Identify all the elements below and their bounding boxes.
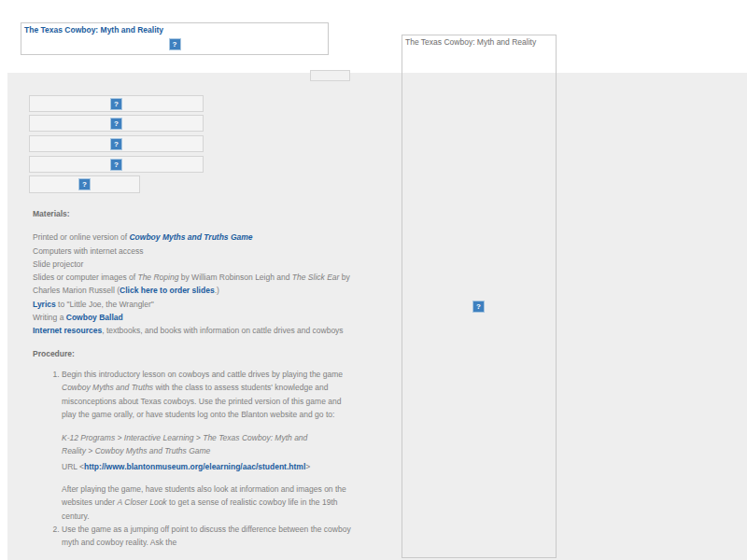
nav-row-1[interactable]: ? [29, 95, 204, 112]
text-run: URL < [62, 462, 84, 471]
right-sidebar-panel: The Texas Cowboy: Myth and Reality ? [402, 35, 557, 558]
sidebar-title: The Texas Cowboy: Myth and Reality [402, 35, 556, 47]
text-run: Reality > Cowboy Myths and Truths Game [62, 446, 210, 455]
materials-item: Writing a Cowboy Ballad [33, 311, 358, 324]
materials-heading: Materials: [33, 207, 358, 220]
text-run: A Closer Look [118, 497, 167, 507]
text-run: Printed or online version of [33, 232, 129, 242]
text-run: Cowboy Myths and Truths [62, 383, 153, 392]
broken-image-icon: ? [78, 178, 91, 190]
text-run: to "Little Joe, the Wrangler" [56, 300, 154, 309]
materials-item: Internet resources, textbooks, and books… [33, 324, 358, 337]
breadcrumb-path: K-12 Programs > Interactive Learning > T… [62, 431, 358, 458]
text-run: Computers with internet access [33, 246, 144, 256]
text-run: by William Robinson Leigh and [178, 273, 291, 282]
text-run: Slide projector [33, 259, 83, 269]
text-run: Begin this introductory lesson on cowboy… [62, 370, 343, 379]
url-line: URL <http://www.blantonmuseum.org/elearn… [62, 460, 358, 473]
procedure-step-1: Begin this introductory lesson on cowboy… [62, 368, 358, 523]
nav-row-3[interactable]: ? [29, 135, 204, 152]
text-run: , textbooks, and books with information … [102, 326, 343, 335]
internet-resources-link[interactable]: Internet resources [33, 326, 102, 335]
broken-image-icon: ? [110, 98, 122, 110]
page-title[interactable]: The Texas Cowboy: Myth and Reality [21, 23, 328, 35]
materials-item: Lyrics to "Little Joe, the Wrangler" [33, 298, 358, 311]
text-run: K-12 Programs > Interactive Learning > T… [62, 433, 307, 442]
materials-item: Slides or computer images of The Roping … [33, 271, 358, 298]
procedure-paragraph: After playing the game, have students al… [62, 483, 358, 523]
broken-image-icon: ? [169, 38, 181, 50]
text-run: Slides or computer images of [33, 273, 137, 282]
cowboy-ballad-link[interactable]: Cowboy Ballad [66, 313, 123, 322]
broken-image-icon: ? [110, 159, 122, 171]
text-run: The Roping [137, 273, 178, 282]
small-empty-box [310, 70, 350, 81]
header-icon-row: ? [21, 35, 328, 52]
procedure-list: Begin this introductory lesson on cowboy… [33, 368, 358, 550]
procedure-paragraph: Begin this introductory lesson on cowboy… [62, 368, 358, 421]
procedure-step-2: Use the game as a jumping off point to d… [62, 523, 358, 550]
text-run: > [305, 462, 310, 471]
broken-image-icon: ? [472, 301, 485, 313]
header-box: The Texas Cowboy: Myth and Reality ? [21, 22, 329, 55]
nav-row-5[interactable]: ? [29, 175, 140, 193]
procedure-paragraph: Use the game as a jumping off point to d… [62, 523, 358, 550]
cowboy-myths-and-truths-game-link[interactable]: Cowboy Myths and Truths Game [129, 232, 252, 242]
lyrics-link[interactable]: Lyrics [33, 300, 56, 309]
lesson-content: Materials: Printed or online version of … [33, 207, 358, 550]
materials-item: Slide projector [33, 258, 358, 271]
broken-image-icon: ? [110, 138, 122, 150]
text-run: Writing a [33, 313, 66, 322]
text-run: .) [215, 286, 219, 295]
broken-image-icon: ? [110, 118, 122, 130]
nav-row-2[interactable]: ? [29, 115, 204, 132]
text-run: Use the game as a jumping off point to d… [62, 525, 351, 547]
nav-row-4[interactable]: ? [29, 156, 204, 173]
materials-item: Computers with internet access [33, 245, 358, 258]
materials-item: Printed or online version of Cowboy Myth… [33, 231, 358, 244]
blanton-student-url-link[interactable]: http://www.blantonmuseum.org/elearning/a… [84, 462, 305, 471]
text-run: The Slick Ear [292, 273, 340, 282]
procedure-heading: Procedure: [33, 347, 358, 360]
order-slides-link[interactable]: Click here to order slides [120, 286, 215, 295]
